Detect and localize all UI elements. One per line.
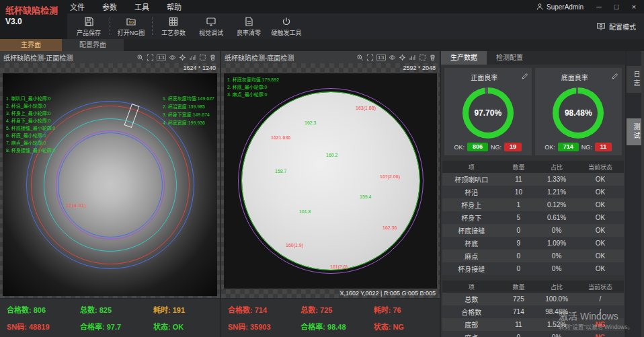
power-icon <box>281 16 292 27</box>
annotation: 8. 杯身接缝_最小轮廓:0 <box>6 148 56 153</box>
ng-count-badge: 19 <box>504 143 522 151</box>
annotation: 3. 麻点_最小轮廓:0 <box>227 92 279 98</box>
table-row: 总数725100.0%/ <box>442 293 624 305</box>
measure-label: 159.4 <box>360 194 372 200</box>
fit-screen-icon[interactable] <box>147 54 154 61</box>
tab-production-data[interactable]: 生产数据 <box>441 51 487 65</box>
annotation: 2. 杯沿_最小轮廓:0 <box>6 104 56 109</box>
front-resolution: 1624 * 1240 <box>183 65 216 71</box>
col-count: 数量 <box>500 280 536 293</box>
ng-count-badge: 11 <box>595 143 612 151</box>
eye-icon[interactable] <box>169 54 176 61</box>
bottom-camera-view[interactable]: 2592 * 2048 1. 杯底灰度均值:179.892 2. 杯底_最小轮廓… <box>221 63 440 298</box>
col-ratio: 占比 <box>536 161 576 173</box>
bottom-yield-header: 底面良率 <box>538 71 619 83</box>
tab-detection-config[interactable]: 检测配置 <box>487 51 532 65</box>
front-camera-panel: 纸杯缺陷检测-正面检测 1:1 1624 * 1240 <box>0 51 221 337</box>
defect-label: 1621.636 <box>271 135 290 141</box>
summary-table-wrap: 项 数量 占比 当前状态 总数725100.0%/ 合格数71498.48%/ … <box>441 278 625 337</box>
annotation: 3. 杯身上_最小轮廓:0 <box>6 111 56 116</box>
bottom-stats: 合格数: 714 总数: 725 耗时: 76 SN码: 35903 合格率: … <box>221 298 440 337</box>
edit-icon[interactable] <box>611 71 618 83</box>
save-icon <box>83 16 94 27</box>
folder-ng-icon <box>126 16 136 27</box>
app-version: V3.0 <box>5 16 67 27</box>
bottom-stats-row1: 合格数: 714 总数: 725 耗时: 76 <box>221 304 440 315</box>
histogram-icon[interactable] <box>189 54 196 61</box>
front-elapsed-time: 耗时: 191 <box>147 304 220 315</box>
front-sn-code: SN码: 48819 <box>0 321 73 332</box>
hard-trigger-button[interactable]: 硬触发工具 <box>268 16 305 37</box>
front-camera-header: 纸杯缺陷检测-正面检测 1:1 <box>0 51 220 63</box>
user-account[interactable]: SuperAdmin <box>536 3 583 11</box>
defect-table: 项 数量 占比 当前状态 杯顶喇叭口111.33%OK 杯沿101.21%OK … <box>442 161 624 275</box>
front-stats: 合格数: 806 总数: 825 耗时: 191 SN码: 48819 合格率:… <box>0 298 220 337</box>
crosshair-icon[interactable] <box>179 54 186 61</box>
region-select-icon[interactable] <box>419 54 426 61</box>
one-to-one-icon[interactable]: 1:1 <box>157 54 166 61</box>
maximize-button[interactable]: □ <box>608 0 625 13</box>
crosshair-icon[interactable] <box>399 54 406 61</box>
save-product-button[interactable]: 产品保存 <box>70 16 108 37</box>
menu-params[interactable]: 参数 <box>102 1 117 12</box>
bottom-yield-card: 底面良率 98.48% OK: 714 NG: 11 <box>535 68 622 155</box>
histogram-icon[interactable] <box>409 54 416 61</box>
yield-reset-button[interactable]: 良率清零 <box>230 16 268 37</box>
table-row: 麻点00%OK <box>442 250 624 262</box>
defect-table-header: 项 数量 占比 当前状态 <box>442 161 624 173</box>
open-ng-image-button[interactable]: 打开NG图 <box>112 16 150 37</box>
front-camera-title: 纸杯缺陷检测-正面检测 <box>3 52 73 63</box>
table-row: 杯身接缝00%OK <box>442 262 624 275</box>
col-ratio: 占比 <box>536 280 576 293</box>
region-select-icon[interactable] <box>199 54 206 61</box>
test-tab[interactable]: 测试 <box>627 118 641 145</box>
tab-main-view[interactable]: 主界面 <box>0 39 62 51</box>
one-to-one-icon[interactable]: 1:1 <box>376 54 386 61</box>
front-camera-toolbar: 1:1 <box>136 54 216 61</box>
bottom-pass-rate: 合格率: 98.48 <box>294 321 366 332</box>
delete-icon[interactable] <box>429 54 436 61</box>
zoom-icon[interactable] <box>356 54 364 61</box>
delete-icon[interactable] <box>209 54 216 61</box>
front-yield-percent: 97.70% <box>474 108 501 118</box>
table-row: 杯顶喇叭口111.33%OK <box>442 173 624 186</box>
close-button[interactable]: × <box>625 0 643 13</box>
annotation: 6. 杯底_最小轮廓:0 <box>6 133 56 139</box>
bottom-pass-count: 合格数: 714 <box>221 304 294 315</box>
config-mode-icon <box>596 22 606 31</box>
ok-label: OK: <box>545 144 555 151</box>
tab-config-view[interactable]: 配置界面 <box>62 39 124 51</box>
front-total-count: 总数: 825 <box>73 304 147 315</box>
cursor-coordinates: X,1602 Y,0022 | R:005 G:005 B:005 <box>339 290 436 297</box>
edit-icon[interactable] <box>521 71 528 83</box>
bottom-sn-code: SN码: 35903 <box>221 321 294 332</box>
front-camera-view[interactable]: 1624 * 1240 12(4.31) 1. 喇叭口_最小轮廓:0 2. 杯沿… <box>0 63 220 298</box>
table-row: 杯身上10.12%OK <box>442 198 624 211</box>
table-row: 麻点00%NG <box>442 331 624 337</box>
col-status: 当前状态 <box>577 161 624 173</box>
monitor-icon <box>206 16 216 27</box>
eye-icon[interactable] <box>389 54 396 61</box>
config-mode-button[interactable]: 配置模式 <box>596 22 636 32</box>
minimize-button[interactable]: ─ <box>590 0 608 13</box>
vision-debug-button[interactable]: 视觉调试 <box>192 16 230 37</box>
log-tab[interactable]: 日志 <box>627 66 641 93</box>
open-ng-image-label: 打开NG图 <box>118 28 145 37</box>
bottom-camera-title: 纸杯缺陷检测-底面检测 <box>225 52 294 63</box>
toolbar-separator <box>110 17 110 35</box>
defect-label: 161(2.6) <box>330 264 348 270</box>
menu-help[interactable]: 帮助 <box>167 1 182 12</box>
front-pass-rate: 合格率: 97.7 <box>73 321 147 332</box>
menu-tools[interactable]: 工具 <box>134 1 149 12</box>
side-strip: 日志 测试 <box>627 51 641 337</box>
zoom-icon[interactable] <box>136 54 144 61</box>
fit-screen-icon[interactable] <box>366 54 374 61</box>
bottom-status: 状态: NG <box>367 321 440 332</box>
toolbar-separator <box>152 17 153 35</box>
col-count: 数量 <box>500 161 536 173</box>
menu-file[interactable]: 文件 <box>70 1 85 12</box>
annotation: 1. 杯底灰度均值:149.627 <box>163 96 214 102</box>
col-status: 当前状态 <box>577 280 624 293</box>
annotation: 1. 喇叭口_最小轮廓:0 <box>6 96 56 102</box>
process-params-button[interactable]: 工艺参数 <box>155 16 192 37</box>
